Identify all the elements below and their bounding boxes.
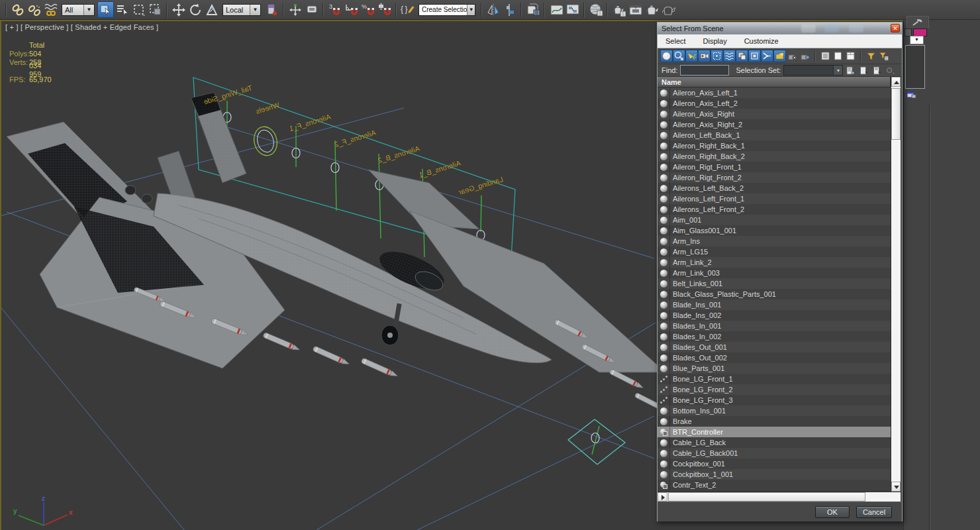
scroll-right-button[interactable] bbox=[658, 492, 667, 502]
filter-spacewarps-icon[interactable] bbox=[723, 50, 736, 62]
list-item[interactable]: Bone_LG_Front_2 bbox=[658, 384, 891, 395]
filter-combinations-icon[interactable] bbox=[877, 50, 890, 62]
list-item[interactable]: Contr_Text_2 bbox=[658, 480, 891, 490]
list-item[interactable]: Blades_Out_001 bbox=[658, 342, 891, 352]
ok-button[interactable]: OK bbox=[815, 506, 850, 518]
display-hidden-icon[interactable] bbox=[799, 50, 811, 62]
list-item[interactable]: Aileron_Axis_Left_1 bbox=[658, 87, 891, 98]
list-item[interactable]: Aileron_Rigt_Front_1 bbox=[658, 162, 891, 172]
selection-filter-dropdown[interactable]: All ▼ bbox=[62, 4, 95, 16]
keyboard-shortcut-override-button[interactable] bbox=[303, 1, 320, 18]
save-selection-set-icon[interactable] bbox=[845, 65, 856, 76]
list-item[interactable]: Aileron_Right_Back_2 bbox=[658, 151, 891, 162]
edit-named-selection-sets-button[interactable]: { } bbox=[399, 1, 416, 18]
list-item[interactable]: Arm_Link_2 bbox=[658, 257, 891, 268]
list-item[interactable]: Aileron_Axis_Right_2 bbox=[658, 119, 891, 130]
window-crossing-toggle-button[interactable] bbox=[147, 1, 164, 18]
list-item[interactable]: Bone_LG_Front_1 bbox=[658, 374, 891, 384]
filter-shapes-icon[interactable] bbox=[673, 50, 685, 62]
view-list-icon[interactable] bbox=[819, 50, 832, 62]
select-and-rotate-button[interactable] bbox=[187, 1, 203, 18]
list-item[interactable]: Aileron_Left_Back_1 bbox=[658, 130, 891, 140]
subtract-selected-from-set-icon[interactable] bbox=[871, 65, 883, 76]
modifier-dropdown[interactable]: ▼ bbox=[910, 36, 924, 44]
menu-display[interactable]: Display bbox=[703, 37, 727, 45]
scrollbar-thumb[interactable] bbox=[891, 88, 901, 140]
add-selected-to-set-icon[interactable] bbox=[858, 65, 869, 76]
list-item[interactable]: Blades_In_001 bbox=[658, 321, 891, 331]
list-item[interactable]: Ailerons_Left_Front_1 bbox=[658, 193, 891, 204]
menu-select[interactable]: Select bbox=[665, 37, 686, 45]
list-item[interactable]: Aileron_Right_Back_1 bbox=[658, 140, 891, 151]
list-item[interactable]: Cockpitbox_1_001 bbox=[658, 469, 891, 480]
filter-cameras-icon[interactable] bbox=[698, 50, 710, 62]
list-item[interactable]: Brake bbox=[658, 416, 891, 427]
list-item[interactable]: Cable_LG_Back bbox=[658, 437, 891, 448]
layer-manager-button[interactable] bbox=[524, 1, 541, 18]
vertical-scrollbar[interactable] bbox=[891, 77, 901, 492]
unlink-selection-icon[interactable] bbox=[26, 1, 42, 18]
menu-customize[interactable]: Customize bbox=[744, 37, 779, 45]
spinner-snap-button[interactable] bbox=[376, 1, 393, 18]
modifier-stack-list[interactable] bbox=[905, 45, 925, 89]
column-header-name[interactable]: Name bbox=[658, 77, 891, 87]
filter-groups-icon[interactable] bbox=[736, 50, 748, 62]
chevron-down-icon[interactable]: ▼ bbox=[467, 5, 475, 15]
cancel-button[interactable]: Cancel bbox=[856, 506, 892, 518]
filter-geometry-icon[interactable] bbox=[660, 50, 673, 62]
rectangular-selection-region-button[interactable] bbox=[130, 1, 147, 18]
percent-snap-button[interactable]: % bbox=[360, 1, 376, 18]
list-item[interactable]: Bone_LG_Front_3 bbox=[658, 395, 891, 405]
render-production-button[interactable] bbox=[644, 1, 660, 18]
list-item[interactable]: Ailerons_Left_Front_2 bbox=[658, 204, 891, 215]
scroll-down-button[interactable] bbox=[891, 482, 901, 492]
close-icon[interactable]: ✕ bbox=[891, 24, 900, 32]
stack-config-icon[interactable] bbox=[907, 91, 916, 98]
snaps-toggle-3d-button[interactable]: 3 bbox=[326, 1, 343, 18]
view-detail-icon[interactable] bbox=[844, 50, 857, 62]
curve-editor-button[interactable] bbox=[548, 1, 564, 18]
select-and-move-button[interactable] bbox=[170, 1, 187, 18]
chevron-down-icon[interactable]: ▼ bbox=[83, 5, 94, 15]
select-object-button[interactable] bbox=[97, 1, 114, 18]
list-item[interactable]: Blades_Out_002 bbox=[658, 352, 891, 363]
list-item[interactable]: Arm_Ins bbox=[658, 236, 891, 246]
filter-helpers-icon[interactable] bbox=[710, 50, 723, 62]
list-item[interactable]: Aileron_Rigt_Front_2 bbox=[658, 172, 891, 183]
dialog-titlebar[interactable]: Select From Scene ✕ bbox=[658, 23, 902, 34]
list-item[interactable]: Cockpitbox_001 bbox=[658, 458, 891, 469]
select-set-members-icon[interactable] bbox=[885, 65, 896, 76]
bind-to-spacewarp-icon[interactable] bbox=[42, 1, 59, 18]
filter-bones-icon[interactable] bbox=[761, 50, 773, 62]
select-and-scale-button[interactable] bbox=[203, 1, 220, 18]
selection-set-combo[interactable]: ▼ bbox=[783, 65, 843, 76]
select-by-name-button[interactable] bbox=[114, 1, 130, 18]
filter-xrefs-icon[interactable] bbox=[748, 50, 761, 62]
list-item[interactable]: Arm_Link_003 bbox=[658, 268, 891, 278]
filter-lights-icon[interactable] bbox=[685, 50, 698, 62]
view-column-icon[interactable] bbox=[832, 50, 844, 62]
list-item[interactable]: Aim_001 bbox=[658, 215, 891, 225]
scene-object-list[interactable]: Aileron_Axis_Left_1Aileron_Axis_Left_2Ai… bbox=[658, 87, 891, 492]
filter-containers-icon[interactable] bbox=[773, 50, 786, 62]
list-item[interactable]: Bottom_Ins_001 bbox=[658, 405, 891, 416]
list-item[interactable]: Blades_In_002 bbox=[658, 331, 891, 342]
render-setup-button[interactable] bbox=[611, 1, 627, 18]
list-item[interactable]: Aileron_Axis_Left_2 bbox=[658, 98, 891, 109]
chevron-down-icon[interactable]: ▼ bbox=[833, 66, 842, 75]
list-item[interactable]: Aileron_Axis_Right bbox=[658, 109, 891, 119]
align-button[interactable] bbox=[501, 1, 518, 18]
named-selection-sets-dropdown[interactable]: Create Selection Se ▼ bbox=[418, 4, 475, 16]
horizontal-scrollbar[interactable] bbox=[658, 492, 901, 502]
use-pivot-center-button[interactable] bbox=[264, 1, 280, 18]
material-editor-button[interactable] bbox=[587, 1, 604, 18]
select-and-manipulate-button[interactable] bbox=[287, 1, 303, 18]
list-item[interactable]: Cable_LG_Back001 bbox=[658, 448, 891, 458]
mirror-button[interactable] bbox=[485, 1, 501, 18]
list-item[interactable]: Belt_Links_001 bbox=[658, 278, 891, 289]
utilities-tab[interactable] bbox=[906, 16, 929, 28]
list-item[interactable]: Blade_Ins_001 bbox=[658, 299, 891, 310]
scrollbar-thumb[interactable] bbox=[668, 492, 865, 502]
list-item[interactable]: Blade_Ins_002 bbox=[658, 310, 891, 321]
angle-snap-button[interactable] bbox=[343, 1, 360, 18]
